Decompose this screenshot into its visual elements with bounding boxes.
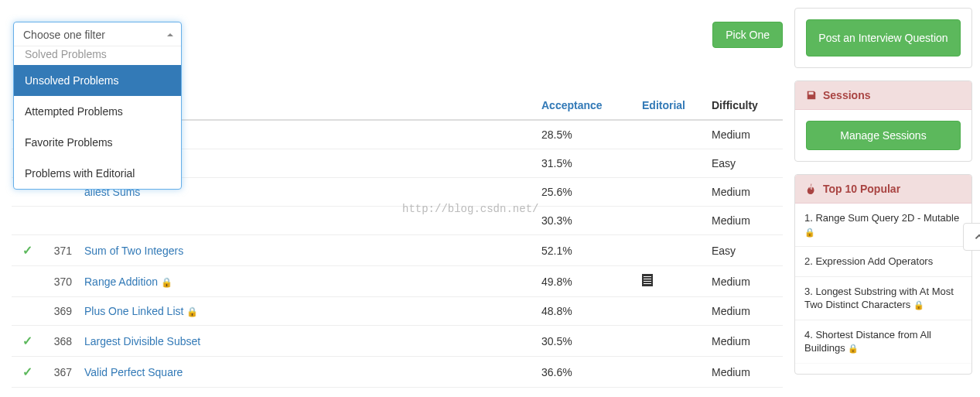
table-row: ✓368Largest Divisible Subset30.5%Medium	[12, 326, 783, 357]
id-cell: 370	[43, 266, 78, 297]
table-row: ✓367Valid Perfect Square36.6%Medium	[12, 357, 783, 388]
status-cell	[12, 297, 43, 326]
difficulty-cell: Medium	[705, 357, 783, 388]
check-icon: ✓	[22, 243, 32, 258]
problem-link[interactable]: Plus One Linked List	[84, 305, 183, 317]
status-cell: ✓	[12, 235, 43, 266]
popular-item[interactable]: 1. Range Sum Query 2D - Mutable 🔒	[795, 204, 971, 246]
title-cell: Valid Perfect Square	[78, 357, 535, 388]
lock-icon: 🔒	[186, 306, 198, 317]
acceptance-cell: 36.6%	[535, 357, 636, 388]
problem-link[interactable]: Sum of Two Integers	[84, 245, 183, 257]
id-cell: 367	[43, 357, 78, 388]
acceptance-cell: 48.8%	[535, 297, 636, 326]
check-icon: ✓	[22, 334, 32, 348]
chevron-up-icon	[974, 231, 980, 242]
editorial-cell	[636, 149, 705, 178]
title-cell: Largest Divisible Subset	[78, 326, 535, 357]
popular-item[interactable]: 4. Shortest Distance from All Buildings …	[795, 320, 971, 363]
right-sidebar: Post an Interview Question Sessions Mana…	[794, 0, 980, 397]
chevron-up-icon	[167, 33, 173, 36]
lock-icon: 🔒	[848, 344, 859, 353]
status-cell	[12, 207, 43, 235]
title-cell: Range Addition🔒	[78, 266, 535, 297]
table-row: 369Plus One Linked List🔒48.8%Medium	[12, 297, 783, 326]
filter-option[interactable]: Unsolved Problems	[14, 65, 181, 96]
filter-option[interactable]: Problems with Editorial	[14, 158, 181, 189]
editorial-cell	[636, 207, 705, 235]
acceptance-cell: 25.6%	[535, 178, 636, 207]
table-row: 30.3%Medium	[12, 207, 783, 235]
id-cell: 371	[43, 235, 78, 266]
acceptance-cell: 52.8%	[535, 388, 636, 398]
id-cell: 368	[43, 326, 78, 357]
filter-dropdown-toggle[interactable]: Choose one filter	[14, 22, 181, 46]
table-row: 370Range Addition🔒49.8%Medium	[12, 266, 783, 297]
filter-placeholder: Choose one filter	[23, 29, 105, 41]
scroll-to-top-button[interactable]	[963, 223, 980, 251]
pick-one-button[interactable]: Pick One	[712, 22, 783, 48]
difficulty-cell: Medium	[705, 207, 783, 235]
popular-item[interactable]: 5. Department Top Three	[795, 363, 971, 374]
lock-icon: 🔒	[161, 277, 172, 288]
top-toolbar: Pick One Choose one filter Solved Proble…	[12, 8, 783, 45]
top10-panel: Top 10 Popular 1. Range Sum Query 2D - M…	[794, 174, 972, 375]
title-cell: Find Leaves of Binary Tree🔒	[78, 388, 535, 398]
status-cell	[12, 388, 43, 398]
filter-option[interactable]: Favorite Problems	[14, 127, 181, 158]
acceptance-cell: 52.1%	[535, 235, 636, 266]
sessions-heading: Sessions	[795, 81, 971, 110]
popular-item[interactable]: 2. Expression Add Operators	[795, 246, 971, 276]
document-icon[interactable]	[642, 274, 653, 286]
editorial-cell	[636, 235, 705, 266]
problem-link[interactable]: Valid Perfect Square	[84, 366, 183, 378]
editorial-cell	[636, 297, 705, 326]
title-cell: Sum of Two Integers	[78, 235, 535, 266]
main-content: http://blog.csdn.net/ Pick One Choose on…	[0, 0, 794, 397]
id-cell	[43, 207, 78, 235]
post-interview-panel: Post an Interview Question	[794, 8, 972, 68]
top10-heading: Top 10 Popular	[795, 175, 971, 204]
status-cell: ✓	[12, 326, 43, 357]
lock-icon: 🔒	[913, 300, 924, 310]
check-icon: ✓	[22, 364, 32, 379]
difficulty-cell: Medium	[705, 120, 783, 149]
filter-dropdown-options: Solved ProblemsUnsolved ProblemsAttempte…	[14, 46, 181, 189]
editorial-cell	[636, 178, 705, 207]
popular-item[interactable]: 3. Longest Substring with At Most Two Di…	[795, 276, 971, 320]
fire-icon	[806, 183, 817, 194]
editorial-cell	[636, 326, 705, 357]
difficulty-cell: Medium	[705, 297, 783, 326]
acceptance-cell: 28.5%	[535, 120, 636, 149]
difficulty-cell: Easy	[705, 235, 783, 266]
filter-option[interactable]: Solved Problems	[14, 46, 181, 65]
post-interview-button[interactable]: Post an Interview Question	[806, 19, 961, 56]
editorial-cell	[636, 357, 705, 388]
filter-option[interactable]: Attempted Problems	[14, 96, 181, 127]
col-acceptance[interactable]: Acceptance	[535, 91, 636, 120]
acceptance-cell: 31.5%	[535, 149, 636, 178]
status-cell: ✓	[12, 357, 43, 388]
difficulty-cell: Medium	[705, 326, 783, 357]
id-cell: 369	[43, 297, 78, 326]
filter-dropdown[interactable]: Choose one filter Solved ProblemsUnsolve…	[13, 22, 182, 190]
difficulty-cell: Easy	[705, 149, 783, 178]
col-difficulty: Difficulty	[705, 91, 783, 120]
title-cell	[78, 207, 535, 235]
editorial-cell	[636, 266, 705, 297]
title-cell: Plus One Linked List🔒	[78, 297, 535, 326]
difficulty-cell: Medium	[705, 388, 783, 398]
sessions-panel: Sessions Manage Sessions	[794, 80, 972, 162]
table-row: 366Find Leaves of Binary Tree🔒52.8%Mediu…	[12, 388, 783, 398]
lock-icon: 🔒	[804, 228, 815, 237]
acceptance-cell: 49.8%	[535, 266, 636, 297]
difficulty-cell: Medium	[705, 266, 783, 297]
col-editorial[interactable]: Editorial	[636, 91, 705, 120]
id-cell: 366	[43, 388, 78, 398]
problem-link[interactable]: Range Addition	[84, 276, 158, 288]
table-row: ✓371Sum of Two Integers52.1%Easy	[12, 235, 783, 266]
problem-link[interactable]: Largest Divisible Subset	[84, 335, 200, 347]
manage-sessions-button[interactable]: Manage Sessions	[806, 121, 961, 150]
editorial-cell	[636, 120, 705, 149]
acceptance-cell: 30.5%	[535, 326, 636, 357]
